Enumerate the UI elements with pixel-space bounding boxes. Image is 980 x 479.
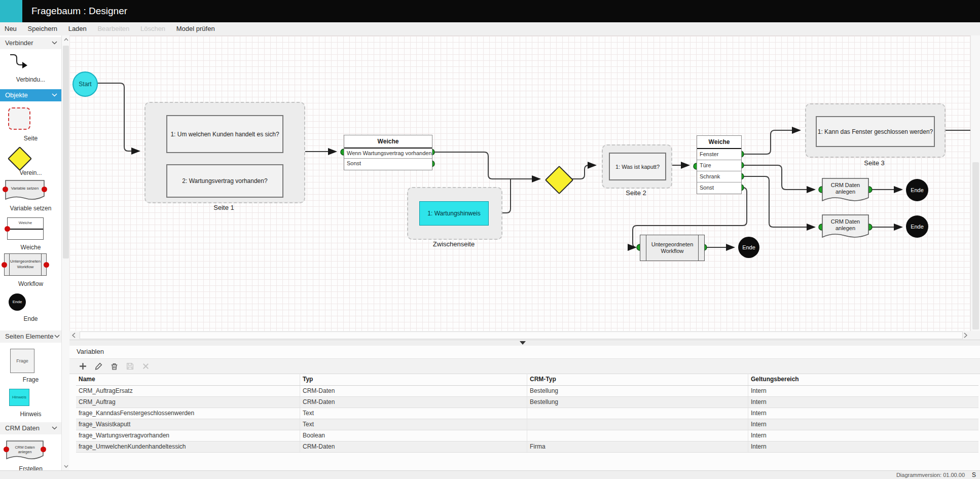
ende-shape-icon[interactable]: Ende (9, 293, 26, 311)
section-seiten-elemente[interactable]: Seiten Elemente (0, 330, 61, 343)
chevron-down-icon (52, 93, 57, 97)
crm-daten-anlegen-node[interactable]: CRM Daten anlegen (822, 214, 869, 240)
connector-tool-icon[interactable] (7, 52, 30, 73)
weiche1-node[interactable]: Weiche Wenn Wartungsvertrag vorhanden So… (344, 135, 432, 170)
cell-typ: Text (300, 419, 527, 430)
hinweis-shape-icon[interactable]: Hinweis (9, 389, 29, 406)
palette-item-verein[interactable]: Verein... (0, 169, 61, 176)
palette-item-weiche[interactable]: Weiche (0, 244, 61, 251)
table-row[interactable]: CRM_Auftrag CRM-Daten Bestellung Intern (76, 397, 978, 408)
connector[interactable] (741, 165, 815, 190)
seite-shape-icon[interactable] (8, 107, 30, 130)
connector[interactable] (96, 83, 139, 151)
delete-variable-button[interactable] (110, 362, 119, 371)
scroll-down-icon[interactable] (64, 465, 68, 468)
connector[interactable] (741, 176, 815, 227)
red-port-dot (41, 447, 46, 452)
splitter-collapse-icon[interactable] (520, 341, 526, 345)
variables-toolbar (69, 358, 980, 374)
workflow-shape-icon[interactable]: Untergeordneten Workflow (4, 253, 47, 276)
ende-node[interactable]: Ende (906, 179, 928, 201)
palette-item-frage[interactable]: Frage (0, 376, 61, 383)
section-verbinder[interactable]: Verbinder (0, 37, 61, 49)
menu-speichern[interactable]: Speichern (23, 22, 62, 35)
weiche2-row[interactable]: Schrank (697, 171, 741, 182)
variable-setzen-shape-icon[interactable]: Variable setzen (5, 180, 45, 201)
ende-node[interactable]: Ende (906, 215, 928, 238)
weiche2-row[interactable]: Türe (697, 160, 741, 171)
workflow-node-text: Untergeordneten Workflow (647, 241, 697, 254)
workflow-icon-text: Untergeordneten Workflow (10, 259, 41, 270)
question-node[interactable]: 1: Was ist kaputt? (609, 153, 666, 180)
section-objekte-label: Objekte (5, 89, 28, 101)
table-row[interactable]: frage_UmwelchenKundenhandeltessich CRM-D… (76, 441, 978, 453)
palette-item-variable-setzen[interactable]: Variable setzen (0, 205, 61, 212)
diagram-version-text: Diagrammversion: 01.00.00 (896, 472, 965, 478)
table-row[interactable]: CRM_AuftragErsatz CRM-Daten Bestellung I… (76, 386, 978, 397)
weiche-shape-icon[interactable]: Weiche (7, 217, 44, 240)
chevron-down-icon (52, 41, 57, 45)
question-node[interactable]: 1: Um welchen Kunden handelt es sich? (166, 115, 283, 153)
cell-geltungsbereich: Intern (748, 430, 978, 441)
connector[interactable] (431, 152, 540, 179)
section-crm-daten[interactable]: CRM Daten (0, 422, 61, 434)
diagram-canvas[interactable]: Start 1: Um welchen Kunden handelt es si… (69, 35, 970, 331)
cell-name: frage_KanndasFenstergeschlossenwerden (76, 408, 300, 419)
menu-model-pruefen[interactable]: Model prüfen (172, 22, 220, 35)
palette-item-hinweis[interactable]: Hinweis (0, 411, 61, 418)
window-title: Fragebaum : Designer (31, 0, 127, 22)
sidebar-scrollbar[interactable] (61, 35, 70, 470)
cell-typ: Boolean (300, 430, 527, 441)
red-port-dot (44, 262, 49, 268)
connector[interactable] (568, 165, 596, 179)
column-header-name[interactable]: Name (76, 374, 300, 385)
edit-variable-button[interactable] (94, 362, 103, 371)
verein-diamond-icon[interactable] (8, 146, 32, 171)
cell-geltungsbereich: Intern (748, 408, 978, 419)
menu-neu[interactable]: Neu (0, 22, 21, 35)
table-row[interactable]: frage_KanndasFenstergeschlossenwerden Te… (76, 408, 978, 419)
cell-typ: Text (300, 408, 527, 419)
scrollbar-thumb[interactable] (972, 162, 979, 329)
cell-name: frage_Wartungsvertragvorhanden (76, 430, 300, 441)
question-node[interactable]: 2: Wartungsvertrag vorhanden? (166, 164, 283, 198)
weiche1-row[interactable]: Sonst (344, 159, 432, 168)
workflow-node[interactable]: Untergeordneten Workflow (640, 235, 705, 261)
weiche1-row[interactable]: Wenn Wartungsvertrag vorhanden (344, 149, 432, 159)
palette-item-seite[interactable]: Seite (0, 135, 61, 142)
ende-node[interactable]: Ende (738, 237, 759, 258)
variables-table: Name Typ CRM-Typ Geltungsbereich CRM_Auf… (76, 374, 978, 453)
canvas-vscrollbar[interactable] (970, 35, 980, 331)
crm-daten-anlegen-node[interactable]: CRM Daten anlegen (822, 178, 869, 203)
palette-sidebar: Verbinder Verbindu... Objekte Seite Vere… (0, 35, 61, 470)
weiche2-title: Weiche (697, 136, 741, 149)
palette-item-ende[interactable]: Ende (0, 315, 61, 322)
palette-item-verbindung[interactable]: Verbindu... (0, 76, 61, 83)
scrollbar-thumb[interactable] (63, 46, 69, 259)
start-node[interactable]: Start (72, 71, 98, 97)
column-header-crm-typ[interactable]: CRM-Typ (527, 374, 748, 385)
question-node[interactable]: 1: Kann das Fenster geschlossen werden? (816, 116, 935, 147)
hinweis-node[interactable]: 1: Wartungshinweis (419, 201, 489, 226)
frage-shape-icon[interactable]: Frage (10, 349, 34, 373)
column-header-typ[interactable]: Typ (300, 374, 527, 385)
menu-laden[interactable]: Laden (64, 22, 91, 35)
section-objekte[interactable]: Objekte (0, 89, 61, 101)
add-variable-button[interactable] (79, 362, 87, 371)
table-row[interactable]: frage_Wasistkaputt Text Intern (76, 419, 978, 430)
crm-anlegen-shape-icon[interactable]: CRM Daten anlegen (6, 440, 44, 461)
weiche2-row[interactable]: Sonst (697, 182, 741, 193)
weiche2-row[interactable]: Fenster (697, 149, 741, 160)
column-header-geltungsbereich[interactable]: Geltungsbereich (748, 374, 978, 385)
scroll-right-icon[interactable] (964, 333, 967, 338)
app-window: Fragebaum : Designer Neu Speichern Laden… (0, 0, 980, 479)
weiche2-node[interactable]: Weiche Fenster Türe Schrank Sonst (697, 135, 742, 194)
scroll-up-icon[interactable] (64, 38, 68, 41)
canvas-hscrollbar[interactable] (69, 331, 980, 340)
scroll-left-icon[interactable] (72, 333, 76, 338)
variable-setzen-icon-text: Variable setzen (5, 186, 45, 191)
table-row[interactable]: frage_Wartungsvertragvorhanden Boolean I… (76, 430, 978, 441)
scrollbar-thumb[interactable] (80, 331, 963, 339)
connector[interactable] (741, 130, 800, 154)
palette-item-workflow[interactable]: Workflow (0, 280, 61, 287)
